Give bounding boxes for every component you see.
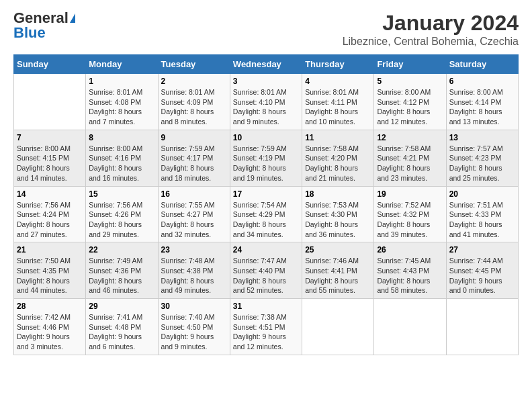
- day-info: Sunrise: 8:01 AMSunset: 4:08 PMDaylight:…: [89, 87, 154, 127]
- day-header-thursday: Thursday: [302, 55, 374, 74]
- day-info: Sunrise: 7:54 AMSunset: 4:29 PMDaylight:…: [233, 200, 299, 240]
- day-number: 17: [233, 189, 299, 199]
- calendar-cell: 29Sunrise: 7:41 AMSunset: 4:48 PMDayligh…: [86, 299, 158, 355]
- day-info: Sunrise: 7:38 AMSunset: 4:51 PMDaylight:…: [233, 312, 299, 352]
- day-info: Sunrise: 8:00 AMSunset: 4:14 PMDaylight:…: [449, 87, 515, 127]
- day-number: 28: [17, 302, 83, 311]
- logo-general-text: General: [13, 11, 69, 26]
- day-info: Sunrise: 7:57 AMSunset: 4:23 PMDaylight:…: [449, 144, 515, 183]
- calendar-cell: [374, 299, 446, 355]
- day-info: Sunrise: 7:59 AMSunset: 4:17 PMDaylight:…: [161, 144, 227, 183]
- day-number: 16: [161, 189, 227, 199]
- day-header-sunday: Sunday: [14, 55, 86, 74]
- day-info: Sunrise: 7:41 AMSunset: 4:48 PMDaylight:…: [89, 312, 154, 352]
- day-info: Sunrise: 7:47 AMSunset: 4:40 PMDaylight:…: [233, 256, 299, 295]
- calendar-cell: 18Sunrise: 7:53 AMSunset: 4:30 PMDayligh…: [302, 186, 374, 242]
- day-number: 1: [89, 77, 154, 86]
- day-info: Sunrise: 7:52 AMSunset: 4:32 PMDaylight:…: [377, 200, 443, 240]
- calendar-cell: 12Sunrise: 7:58 AMSunset: 4:21 PMDayligh…: [374, 130, 446, 186]
- calendar-week-row: 1Sunrise: 8:01 AMSunset: 4:08 PMDaylight…: [14, 74, 519, 130]
- calendar-cell: 26Sunrise: 7:45 AMSunset: 4:43 PMDayligh…: [374, 242, 446, 299]
- calendar-week-row: 14Sunrise: 7:56 AMSunset: 4:24 PMDayligh…: [14, 186, 519, 242]
- page-subtitle: Libeznice, Central Bohemia, Czechia: [343, 36, 519, 48]
- day-info: Sunrise: 7:56 AMSunset: 4:26 PMDaylight:…: [89, 200, 154, 240]
- day-number: 2: [161, 77, 227, 86]
- calendar-cell: [14, 74, 86, 130]
- page-header: General Blue January 2024 Libeznice, Cen…: [13, 11, 519, 48]
- day-info: Sunrise: 7:50 AMSunset: 4:35 PMDaylight:…: [17, 256, 83, 295]
- day-info: Sunrise: 8:01 AMSunset: 4:11 PMDaylight:…: [305, 87, 371, 127]
- calendar-cell: 28Sunrise: 7:42 AMSunset: 4:46 PMDayligh…: [14, 299, 86, 355]
- calendar-week-row: 7Sunrise: 8:00 AMSunset: 4:15 PMDaylight…: [14, 130, 519, 186]
- day-info: Sunrise: 8:00 AMSunset: 4:12 PMDaylight:…: [377, 87, 443, 127]
- day-number: 27: [449, 245, 515, 255]
- calendar-cell: 24Sunrise: 7:47 AMSunset: 4:40 PMDayligh…: [230, 242, 302, 299]
- day-number: 23: [161, 245, 227, 255]
- day-number: 22: [89, 245, 154, 255]
- day-number: 10: [233, 133, 299, 142]
- calendar-cell: 17Sunrise: 7:54 AMSunset: 4:29 PMDayligh…: [230, 186, 302, 242]
- day-number: 15: [89, 189, 154, 199]
- day-info: Sunrise: 7:49 AMSunset: 4:36 PMDaylight:…: [89, 256, 154, 295]
- calendar-cell: 15Sunrise: 7:56 AMSunset: 4:26 PMDayligh…: [86, 186, 158, 242]
- day-number: 25: [305, 245, 371, 255]
- day-number: 26: [377, 245, 443, 255]
- day-header-tuesday: Tuesday: [158, 55, 230, 74]
- day-number: 30: [161, 302, 227, 311]
- calendar-cell: 4Sunrise: 8:01 AMSunset: 4:11 PMDaylight…: [302, 74, 374, 130]
- day-info: Sunrise: 7:59 AMSunset: 4:19 PMDaylight:…: [233, 144, 299, 183]
- calendar-cell: 6Sunrise: 8:00 AMSunset: 4:14 PMDaylight…: [446, 74, 518, 130]
- calendar-cell: 23Sunrise: 7:48 AMSunset: 4:38 PMDayligh…: [158, 242, 230, 299]
- calendar-cell: 20Sunrise: 7:51 AMSunset: 4:33 PMDayligh…: [446, 186, 518, 242]
- day-number: 11: [305, 133, 371, 142]
- calendar-cell: 22Sunrise: 7:49 AMSunset: 4:36 PMDayligh…: [86, 242, 158, 299]
- title-section: January 2024 Libeznice, Central Bohemia,…: [343, 11, 519, 48]
- day-info: Sunrise: 7:44 AMSunset: 4:45 PMDaylight:…: [449, 256, 515, 295]
- logo-triangle-icon: [70, 13, 75, 23]
- day-info: Sunrise: 7:42 AMSunset: 4:46 PMDaylight:…: [17, 312, 83, 352]
- day-number: 3: [233, 77, 299, 86]
- day-info: Sunrise: 7:58 AMSunset: 4:20 PMDaylight:…: [305, 144, 371, 183]
- calendar-table: SundayMondayTuesdayWednesdayThursdayFrid…: [13, 54, 519, 355]
- calendar-cell: 14Sunrise: 7:56 AMSunset: 4:24 PMDayligh…: [14, 186, 86, 242]
- calendar-cell: 13Sunrise: 7:57 AMSunset: 4:23 PMDayligh…: [446, 130, 518, 186]
- day-number: 13: [449, 133, 515, 142]
- day-info: Sunrise: 7:53 AMSunset: 4:30 PMDaylight:…: [305, 200, 371, 240]
- day-info: Sunrise: 7:55 AMSunset: 4:27 PMDaylight:…: [161, 200, 227, 240]
- calendar-body: 1Sunrise: 8:01 AMSunset: 4:08 PMDaylight…: [14, 74, 519, 355]
- day-info: Sunrise: 7:40 AMSunset: 4:50 PMDaylight:…: [161, 312, 227, 352]
- calendar-cell: 10Sunrise: 7:59 AMSunset: 4:19 PMDayligh…: [230, 130, 302, 186]
- day-info: Sunrise: 7:48 AMSunset: 4:38 PMDaylight:…: [161, 256, 227, 295]
- day-number: 9: [161, 133, 227, 142]
- calendar-cell: 11Sunrise: 7:58 AMSunset: 4:20 PMDayligh…: [302, 130, 374, 186]
- calendar-cell: 27Sunrise: 7:44 AMSunset: 4:45 PMDayligh…: [446, 242, 518, 299]
- day-number: 4: [305, 77, 371, 86]
- day-number: 18: [305, 189, 371, 199]
- calendar-cell: [302, 299, 374, 355]
- day-info: Sunrise: 7:51 AMSunset: 4:33 PMDaylight:…: [449, 200, 515, 240]
- calendar-cell: 9Sunrise: 7:59 AMSunset: 4:17 PMDaylight…: [158, 130, 230, 186]
- calendar-cell: 31Sunrise: 7:38 AMSunset: 4:51 PMDayligh…: [230, 299, 302, 355]
- day-info: Sunrise: 8:00 AMSunset: 4:15 PMDaylight:…: [17, 144, 83, 183]
- calendar-cell: 7Sunrise: 8:00 AMSunset: 4:15 PMDaylight…: [14, 130, 86, 186]
- day-number: 5: [377, 77, 443, 86]
- calendar-cell: 2Sunrise: 8:01 AMSunset: 4:09 PMDaylight…: [158, 74, 230, 130]
- day-info: Sunrise: 7:46 AMSunset: 4:41 PMDaylight:…: [305, 256, 371, 295]
- calendar-cell: 3Sunrise: 8:01 AMSunset: 4:10 PMDaylight…: [230, 74, 302, 130]
- calendar-week-row: 21Sunrise: 7:50 AMSunset: 4:35 PMDayligh…: [14, 242, 519, 299]
- day-info: Sunrise: 7:56 AMSunset: 4:24 PMDaylight:…: [17, 200, 83, 240]
- day-number: 7: [17, 133, 83, 142]
- page-title: January 2024: [343, 11, 519, 36]
- calendar-cell: 16Sunrise: 7:55 AMSunset: 4:27 PMDayligh…: [158, 186, 230, 242]
- days-of-week-row: SundayMondayTuesdayWednesdayThursdayFrid…: [14, 55, 519, 74]
- calendar-cell: 21Sunrise: 7:50 AMSunset: 4:35 PMDayligh…: [14, 242, 86, 299]
- day-header-friday: Friday: [374, 55, 446, 74]
- calendar-cell: [446, 299, 518, 355]
- day-number: 6: [449, 77, 515, 86]
- day-info: Sunrise: 8:01 AMSunset: 4:09 PMDaylight:…: [161, 87, 227, 127]
- day-number: 31: [233, 302, 299, 311]
- day-number: 24: [233, 245, 299, 255]
- day-number: 20: [449, 189, 515, 199]
- calendar-cell: 8Sunrise: 8:00 AMSunset: 4:16 PMDaylight…: [86, 130, 158, 186]
- day-info: Sunrise: 7:58 AMSunset: 4:21 PMDaylight:…: [377, 144, 443, 183]
